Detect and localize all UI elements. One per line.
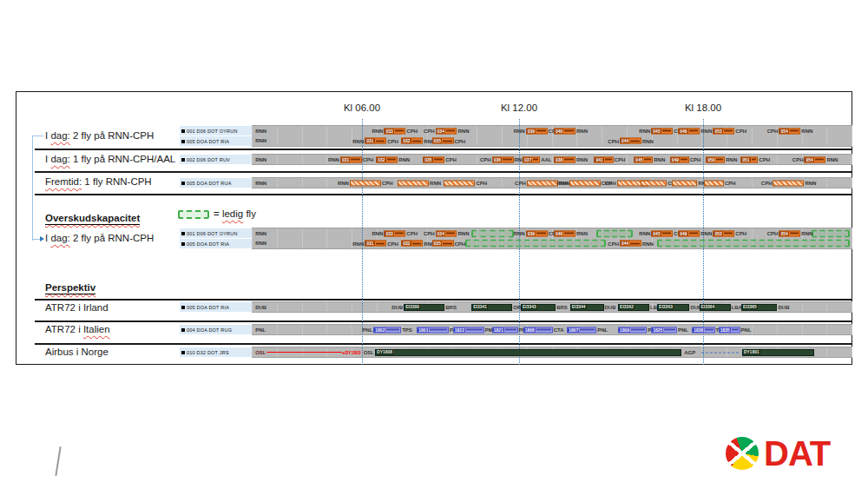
flight-segment: 037AAL xyxy=(523,156,551,162)
flight-number: 049 xyxy=(679,231,687,235)
dat-logo-text: DAT xyxy=(764,437,830,470)
station-label: RNN xyxy=(255,129,266,134)
aircraft-chip: 005 DOA DOT RIA xyxy=(180,239,253,248)
flight-number: 1821 xyxy=(493,327,504,332)
flight-bar: 1802 xyxy=(373,327,401,333)
presentation-slide: = ledig fly DAT Kl 06.00Kl 12.00Kl 18.00… xyxy=(0,0,868,489)
flight-segment: RNNCPH xyxy=(557,180,613,186)
flight-number: 1808 xyxy=(524,327,536,332)
flight-bar-tail xyxy=(790,233,799,235)
flight-segment: 035CPH xyxy=(432,241,466,247)
time-label: Kl 12.00 xyxy=(501,102,537,113)
flight-segment: CPH xyxy=(704,180,736,186)
flight-bar: EI3364 xyxy=(700,304,731,311)
row-label-marked: Italien xyxy=(83,324,110,334)
flight-segment: RNN031CPH xyxy=(352,241,398,247)
time-label: Kl 06.00 xyxy=(344,102,380,113)
flight-number: 036 xyxy=(493,157,502,162)
flight-number: 051 xyxy=(741,157,750,162)
departure-station-label: RNN xyxy=(639,231,650,236)
departure-station-label: RNN xyxy=(514,231,525,236)
flight-segment: RNN031CPH xyxy=(328,156,374,162)
connector-line-horizontal xyxy=(32,239,40,240)
arrival-station-label: CPH xyxy=(455,138,466,143)
aircraft-chip: 002 D06 DOT RUV xyxy=(180,155,253,164)
departure-station-label: RNN xyxy=(557,181,569,186)
flight-segment: CPH036RNN xyxy=(480,156,526,162)
flight-bar: 032 xyxy=(401,138,423,144)
aircraft-icon xyxy=(181,140,185,143)
row-label: ATR72 i Irland xyxy=(45,302,108,313)
flight-bar-tail xyxy=(536,130,546,132)
departure-station-label: CPH xyxy=(792,157,804,162)
arrival-station-label: CPH xyxy=(735,231,746,236)
arrival-station-label: RNN xyxy=(700,231,712,236)
arrival-station-label: RNN xyxy=(576,231,588,236)
flight-number: 1822 xyxy=(454,327,465,332)
row-label: Overskudskapacitet xyxy=(45,213,140,223)
aircraft-icon xyxy=(181,351,185,354)
flight-number: EI3343 xyxy=(522,305,537,309)
row-label: I dag: 2 fly på RNN-CPH xyxy=(45,233,154,243)
flight-segment: 041CPH xyxy=(594,156,625,162)
timeline-strip-6: PNLPNL1802TPS1801PNL1822PMO1821PNL1808CT… xyxy=(252,324,852,335)
station-label: OSL xyxy=(255,350,266,355)
row-label-text: ATR72 i Irland xyxy=(45,302,108,313)
flight-number: 1802 xyxy=(374,327,385,332)
flight-bar: 1821 xyxy=(492,327,518,333)
flight-number: 1801 xyxy=(418,327,429,332)
row-label-text: 1 fly RNN-CPH xyxy=(82,176,152,187)
flight-number: 037 xyxy=(523,157,532,162)
row-label-text: 1 fly på RNN-CPH/AAL xyxy=(70,154,175,164)
flight-number: 031 xyxy=(365,139,374,143)
flight-segment: CPH054RNN xyxy=(792,156,838,162)
flight-bar: 1822 xyxy=(453,327,484,333)
flight-bar: DY1801 xyxy=(742,349,814,356)
flight-bar: EI3363 xyxy=(657,304,689,311)
timeline-lane: RNNRNN031CPH032RNN035CPHCPH036RNN037AAL0… xyxy=(252,155,852,164)
underlined-heading: Perspektiv xyxy=(45,282,95,294)
flight-number: DY1801 xyxy=(743,350,760,354)
departure-station-label: CPH xyxy=(424,129,435,134)
flight-segment: CPH054RNN xyxy=(767,230,813,236)
flight-bar: 1809 xyxy=(618,327,647,333)
flight-bar: 1807 xyxy=(567,327,596,333)
station-label: DUB xyxy=(255,305,266,310)
departure-station-label: CPH xyxy=(424,231,435,236)
timeline-strip-1: RNNRNN033CPHCPH034RNNRNN039CPH040RNNRNN0… xyxy=(252,125,852,147)
flight-bar: 041 xyxy=(594,156,613,162)
flight-bar: 035 xyxy=(432,138,454,144)
flight-segment: 053CPH xyxy=(713,128,746,134)
arrival-station-label: CPH xyxy=(387,138,398,143)
aircraft-icon xyxy=(181,306,185,309)
flight-segment: 045RNN xyxy=(634,156,665,162)
row-label-text: Airbus i Norge xyxy=(45,347,108,357)
flight-segment: EI3344DUB xyxy=(570,304,616,311)
flight-number: 033 xyxy=(385,231,393,235)
aircraft-chip: 001 D06 DOT OYRUN xyxy=(180,126,253,135)
flight-number: 033 xyxy=(385,129,393,133)
row-label-marked: dag: xyxy=(50,233,69,243)
timeline-strip-2: RNNRNN031CPH032RNN035CPHCPH036RNN037AAL0… xyxy=(252,154,852,165)
aircraft-icon xyxy=(181,129,185,133)
timeline-lane: PNLPNL1802TPS1801PNL1822PMO1821PNL1808CT… xyxy=(252,325,852,334)
red-line xyxy=(266,352,342,353)
departure-station-label: CPH xyxy=(605,181,616,186)
arrival-station-label: RNN xyxy=(398,157,410,162)
flight-number: 039 xyxy=(527,231,536,235)
aircraft-chip: 001 D06 DOT OYRUN xyxy=(180,228,253,238)
flight-bar: 045 xyxy=(651,128,673,134)
row-label-marked: dag: xyxy=(50,154,69,164)
flight-segment: RNN039CPH xyxy=(514,230,560,236)
arrival-station-label: BRS xyxy=(556,305,568,310)
aircraft-chip-label: 004 DOA DOT RUG xyxy=(187,327,232,333)
arrival-station-label: RNN xyxy=(642,138,654,143)
flight-number: 032 xyxy=(402,139,411,143)
flight-bar: 037 xyxy=(523,156,540,162)
aircraft-chip-label: 001 D06 DOT OYRUN xyxy=(187,129,238,134)
flight-number: 032 xyxy=(402,241,411,246)
flight-bar-tail xyxy=(662,130,672,132)
flight-number: 1835 xyxy=(720,327,731,332)
flight-bar-tail xyxy=(644,159,651,161)
separator-line xyxy=(35,343,852,345)
